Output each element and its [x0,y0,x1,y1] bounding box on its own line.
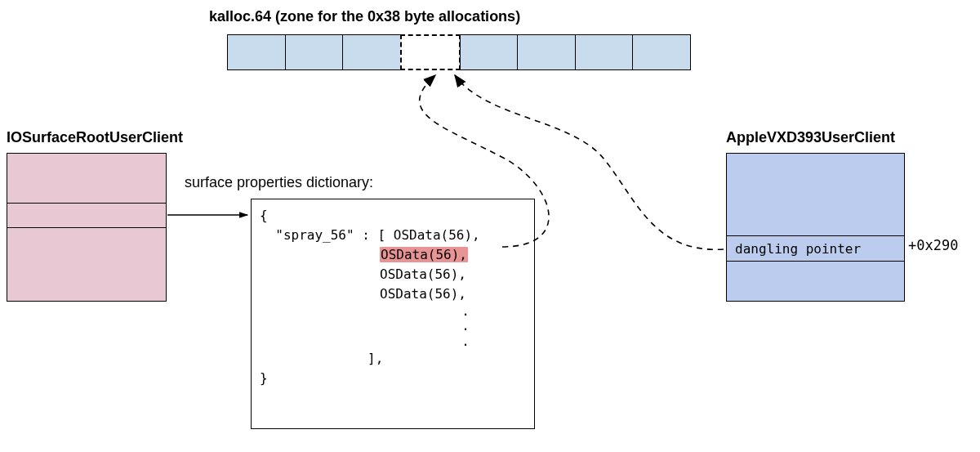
zone-title: kalloc.64 (zone for the 0x38 byte alloca… [209,8,520,25]
zone-slot [632,34,691,70]
zone-slot [227,34,286,70]
iosurface-divider [7,227,166,228]
dict-ellipsis: . . . [405,304,526,349]
applevxd-box: dangling pointer [726,153,905,302]
kalloc-zone [227,34,691,70]
dict-open-brace: { [260,206,526,226]
dict-key-text: "spray_56" : [ [275,226,394,245]
zone-slot [342,34,401,70]
dict-item-highlighted: OSData(56), [380,247,468,262]
offset-label: +0x290 [908,237,958,253]
zone-slot [460,34,519,70]
dictionary-box: { "spray_56" : [ OSData(56), OSData(56),… [251,199,535,429]
dangling-pointer-row: dangling pointer [727,235,904,262]
zone-slot [285,34,344,70]
applevxd-title: AppleVXD393UserClient [726,129,895,146]
iosurface-divider [7,203,166,204]
dict-item: OSData(56), [380,286,466,302]
dict-close-brace: } [260,369,526,388]
dict-key [260,226,275,245]
dict-close-bracket: ], [260,349,526,369]
dict-arrow-label: surface properties dictionary: [185,174,373,191]
dict-item: OSData(56), [380,266,466,282]
zone-slot [517,34,576,70]
dangling-pointer-text: dangling pointer [735,241,861,257]
dict-item: OSData(56), [394,226,480,245]
zone-slot-freed [400,34,461,70]
diagram-canvas: kalloc.64 (zone for the 0x38 byte alloca… [0,0,980,452]
zone-slot [575,34,634,70]
iosurface-title: IOSurfaceRootUserClient [7,129,183,146]
iosurface-box [7,153,167,302]
